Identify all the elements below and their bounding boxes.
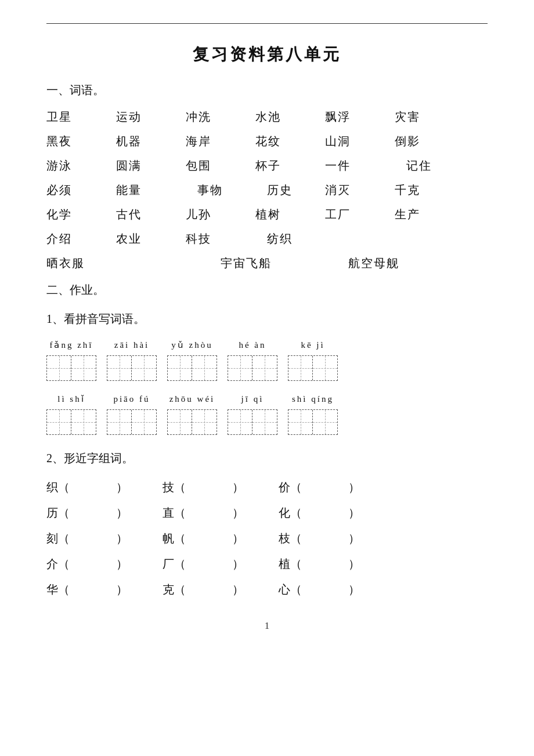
pinyin-text: hé àn — [239, 337, 266, 353]
paren-group: 化（ ） — [279, 502, 395, 523]
vocab-item: 冲洗 — [186, 106, 255, 127]
pinyin-group: yǔ zhòu — [167, 337, 217, 381]
pinyin-group: fǎng zhī — [46, 337, 96, 381]
homo-close: ） — [348, 528, 360, 549]
pinyin-group: zāi hài — [107, 337, 157, 381]
vocab-item: 包围 — [186, 155, 255, 176]
homo-close: ） — [232, 553, 244, 574]
paren-group: 华（ ） — [46, 579, 163, 600]
homo-char: 历（ — [46, 502, 70, 523]
vocab-item: 能量 — [116, 179, 197, 200]
char-box[interactable] — [168, 410, 192, 434]
vocab-item: 千克 — [395, 179, 464, 200]
char-box[interactable] — [71, 410, 96, 434]
char-box[interactable] — [228, 410, 252, 434]
char-box[interactable] — [107, 410, 132, 434]
subsection1-label: 1、看拼音写词语。 — [46, 308, 488, 329]
vocab-item: 黑夜 — [46, 131, 116, 152]
homophone-row-3: 刻（ ） 帆（ ） 枝（ ） — [46, 528, 488, 549]
pinyin-row-1: fǎng zhī zāi hài yǔ zhòu hé àn — [46, 337, 488, 381]
vocab-row-5: 化学 古代 儿孙 植树 工厂 生产 — [46, 204, 488, 225]
homo-char: 心（ — [279, 579, 302, 600]
char-boxes — [228, 409, 277, 435]
subsection2-label: 2、形近字组词。 — [46, 448, 488, 469]
vocab-item: 灾害 — [395, 106, 464, 127]
homo-close: ） — [232, 502, 244, 523]
char-box[interactable] — [47, 410, 71, 434]
homo-char: 介（ — [46, 553, 70, 574]
pinyin-group: zhōu wéi — [167, 391, 217, 435]
vocab-item: 晒衣服 — [46, 253, 116, 273]
pinyin-text: zāi hài — [114, 337, 150, 353]
char-box[interactable] — [132, 356, 156, 380]
pinyin-text: yǔ zhòu — [171, 337, 212, 353]
vocab-item: 机器 — [116, 131, 186, 152]
char-box[interactable] — [168, 356, 192, 380]
vocab-item: 卫星 — [46, 106, 116, 127]
paren-group: 技（ ） — [163, 477, 279, 498]
vocab-row-1: 卫星 运动 冲洗 水池 飘浮 灾害 — [46, 106, 488, 127]
char-box[interactable] — [71, 356, 96, 380]
char-boxes — [46, 409, 96, 435]
char-box[interactable] — [252, 356, 277, 380]
vocab-item: 倒影 — [395, 131, 464, 152]
paren-group: 刻（ ） — [46, 528, 163, 549]
homophone-row-1: 织（ ） 技（ ） 价（ ） — [46, 477, 488, 498]
char-box[interactable] — [192, 356, 217, 380]
char-box[interactable] — [228, 356, 252, 380]
homo-char: 技（ — [163, 477, 186, 498]
char-box[interactable] — [288, 356, 313, 380]
vocab-item: 一件 — [325, 155, 406, 176]
pinyin-group: shì qíng — [288, 391, 338, 435]
vocab-row-2: 黑夜 机器 海岸 花纹 山洞 倒影 — [46, 131, 488, 152]
paren-group: 历（ ） — [46, 502, 163, 523]
pinyin-text: shì qíng — [292, 391, 334, 407]
vocab-item: 科技 — [186, 228, 267, 249]
char-box[interactable] — [132, 410, 156, 434]
char-box[interactable] — [192, 410, 217, 434]
homo-char: 克（ — [163, 579, 186, 600]
pinyin-text: jī qì — [241, 391, 264, 407]
vocab-item: 记住 — [406, 155, 476, 176]
char-box[interactable] — [252, 410, 277, 434]
homo-char: 植（ — [279, 553, 302, 574]
vocab-item: 水池 — [255, 106, 325, 127]
homo-close: ） — [116, 502, 128, 523]
homophone-row-5: 华（ ） 克（ ） 心（ ） — [46, 579, 488, 600]
vocab-row-4: 必须 能量 事物 历史 消灭 千克 — [46, 179, 488, 200]
homo-char: 枝（ — [279, 528, 302, 549]
vocab-item: 植树 — [255, 204, 325, 225]
vocab-item: 农业 — [116, 228, 186, 249]
char-box[interactable] — [313, 356, 337, 380]
top-divider — [46, 23, 488, 24]
char-box[interactable] — [107, 356, 132, 380]
homo-close: ） — [348, 553, 360, 574]
char-boxes — [167, 355, 217, 381]
homo-close: ） — [232, 477, 244, 498]
paren-group: 厂（ ） — [163, 553, 279, 574]
char-box[interactable] — [313, 410, 337, 434]
vocab-row-6: 介绍 农业 科技 纺织 — [46, 228, 488, 249]
char-box[interactable] — [288, 410, 313, 434]
char-boxes — [288, 409, 338, 435]
char-boxes — [288, 355, 338, 381]
paren-group: 心（ ） — [279, 579, 395, 600]
homo-char: 直（ — [163, 502, 186, 523]
pinyin-group: hé àn — [228, 337, 277, 381]
vocab-item: 化学 — [46, 204, 116, 225]
vocab-item: 海岸 — [186, 131, 255, 152]
char-box[interactable] — [47, 356, 71, 380]
vocab-item: 必须 — [46, 179, 116, 200]
vocab-row-last: 晒衣服 宇宙飞船 航空母舰 — [46, 253, 488, 273]
char-boxes — [46, 355, 96, 381]
vocab-item: 杯子 — [255, 155, 325, 176]
vocab-item: 消灭 — [325, 179, 395, 200]
pinyin-group: jī qì — [228, 391, 277, 435]
pinyin-text: fǎng zhī — [49, 337, 93, 353]
pinyin-text: piāo fú — [113, 391, 150, 407]
homo-close: ） — [348, 502, 360, 523]
paren-group: 直（ ） — [163, 502, 279, 523]
homo-close: ） — [116, 528, 128, 549]
vocab-item: 工厂 — [325, 204, 395, 225]
vocab-item: 运动 — [116, 106, 186, 127]
